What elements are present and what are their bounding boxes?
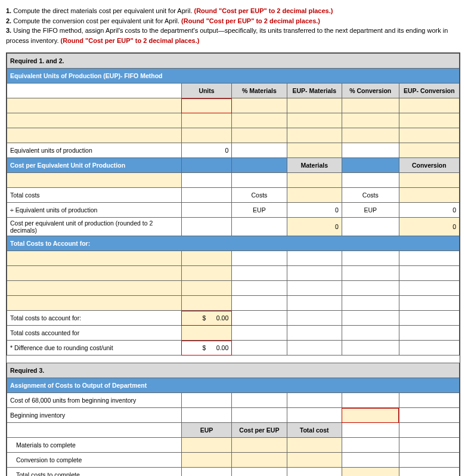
col-pct-conv: % Conversion xyxy=(342,84,399,98)
cost-per-eup-header: Cost per Equivalent Unit of Production xyxy=(7,158,182,173)
row-total-costs: Total costs xyxy=(7,188,182,203)
col-total-3: Total cost xyxy=(287,423,342,438)
req12-header: Required 1. and 2. xyxy=(7,54,460,69)
input-row-1a[interactable] xyxy=(7,98,182,113)
line1-text: Compute the direct materials cost per eq… xyxy=(13,7,194,14)
col-materials: Materials xyxy=(287,158,342,173)
tca-v-2[interactable] xyxy=(181,266,231,281)
val-diff: $ 0.00 xyxy=(181,341,231,356)
val-tcaf[interactable] xyxy=(181,326,231,341)
input-row-2a[interactable] xyxy=(7,113,182,128)
cpe-mat: 0 xyxy=(287,218,342,236)
val-eup-conv[interactable] xyxy=(399,143,459,158)
lbl-costs-1: Costs xyxy=(232,188,287,203)
row-68k: Cost of 68,000 units from beginning inve… xyxy=(7,393,182,408)
row-tca: Total costs to account for: xyxy=(7,311,182,326)
input-pctc-3[interactable] xyxy=(342,128,399,143)
cpe-input-row[interactable] xyxy=(7,173,182,188)
line1-round: (Round "Cost per EUP" to 2 decimal place… xyxy=(194,7,333,14)
col-conversion: Conversion xyxy=(399,158,459,173)
tca-header: Total Costs to Account for: xyxy=(7,236,460,251)
tca-v-3[interactable] xyxy=(181,281,231,296)
line2-prefix: 2. xyxy=(6,17,13,24)
mc-tot[interactable] xyxy=(287,438,342,453)
tca-in-4[interactable] xyxy=(7,296,182,311)
input-row-3a[interactable] xyxy=(7,128,182,143)
tc-mat[interactable] xyxy=(287,188,342,203)
tca-v-1[interactable] xyxy=(181,251,231,266)
div-eup-conv: 0 xyxy=(399,203,459,218)
row-diff: * Difference due to rounding cost/unit xyxy=(7,341,182,356)
assign-header: Assignment of Costs to Output of Departm… xyxy=(7,378,460,393)
row-conv-complete: Conversion to complete xyxy=(7,453,182,468)
input-pctm-2[interactable] xyxy=(232,113,287,128)
div-eup-mat: 0 xyxy=(287,203,342,218)
col-pct-mat: % Materials xyxy=(232,84,287,98)
col-eup-mat: EUP- Materials xyxy=(287,84,342,98)
lbl-eup-1: EUP xyxy=(232,203,287,218)
row-div-eup: ÷ Equivalent units of production xyxy=(7,203,182,218)
tca-in-1[interactable] xyxy=(7,251,182,266)
row-cpe: Cost per equivalent unit of production (… xyxy=(7,218,182,236)
row-mat-complete: Materials to complete xyxy=(7,438,182,453)
input-pctm-3[interactable] xyxy=(232,128,287,143)
tca-in-2[interactable] xyxy=(7,266,182,281)
cc-cpe[interactable] xyxy=(232,453,287,468)
input-units-3[interactable] xyxy=(181,128,231,143)
input-pctm-1[interactable] xyxy=(232,98,287,113)
mc-cpe[interactable] xyxy=(232,438,287,453)
line1-prefix: 1. xyxy=(6,7,13,14)
line2-round: (Round "Cost per EUP" to 2 decimal place… xyxy=(181,17,320,24)
lbl-costs-2: Costs xyxy=(342,188,399,203)
mc-eup[interactable] xyxy=(181,438,231,453)
input-eupc-1[interactable] xyxy=(399,98,459,113)
instructions-block: 1. Compute the direct materials cost per… xyxy=(6,6,462,45)
worksheet-table: Required 1. and 2. Equivalent Units of P… xyxy=(7,53,460,476)
input-eupc-2[interactable] xyxy=(399,113,459,128)
col-eup-conv: EUP- Conversion xyxy=(399,84,459,98)
line3-prefix: 3. xyxy=(6,27,13,34)
cpe-mat-in[interactable] xyxy=(287,173,342,188)
ttc-val[interactable] xyxy=(342,468,399,477)
cpe-conv-in[interactable] xyxy=(399,173,459,188)
lbl-eup-2: EUP xyxy=(342,203,399,218)
tca-in-3[interactable] xyxy=(7,281,182,296)
input-eupm-2[interactable] xyxy=(287,113,342,128)
col-eup-3: EUP xyxy=(181,423,231,438)
row-eup-total: Equivalent units of production xyxy=(7,143,182,158)
tc-conv[interactable] xyxy=(399,188,459,203)
input-eupm-3[interactable] xyxy=(287,128,342,143)
cpe-conv: 0 xyxy=(399,218,459,236)
col-cpe-3: Cost per EUP xyxy=(232,423,287,438)
val-tca: $ 0.00 xyxy=(181,311,231,326)
input-units-1[interactable] xyxy=(181,98,231,113)
input-pctc-2[interactable] xyxy=(342,113,399,128)
input-eupc-3[interactable] xyxy=(399,128,459,143)
begin-val[interactable] xyxy=(342,408,399,423)
req3-header: Required 3. xyxy=(7,363,460,378)
input-units-2[interactable] xyxy=(181,113,231,128)
input-pctc-1[interactable] xyxy=(342,98,399,113)
col-units: Units xyxy=(181,84,231,98)
row-begin: Beginning inventory xyxy=(7,408,182,423)
line3-round: (Round "Cost per EUP" to 2 decimal place… xyxy=(61,37,200,44)
row-total-complete: Total costs to complete xyxy=(7,468,182,477)
val-eup-units: 0 xyxy=(181,143,231,158)
eup-fifo-header: Equivalent Units of Production (EUP)- FI… xyxy=(7,69,460,84)
input-eupm-1[interactable] xyxy=(287,98,342,113)
cc-tot[interactable] xyxy=(287,453,342,468)
val-eup-mat[interactable] xyxy=(287,143,342,158)
line2-text: Compute the conversion cost per equivale… xyxy=(13,17,181,24)
cc-eup[interactable] xyxy=(181,453,231,468)
tca-v-4[interactable] xyxy=(181,296,231,311)
row-tcaf: Total costs accounted for xyxy=(7,326,182,341)
